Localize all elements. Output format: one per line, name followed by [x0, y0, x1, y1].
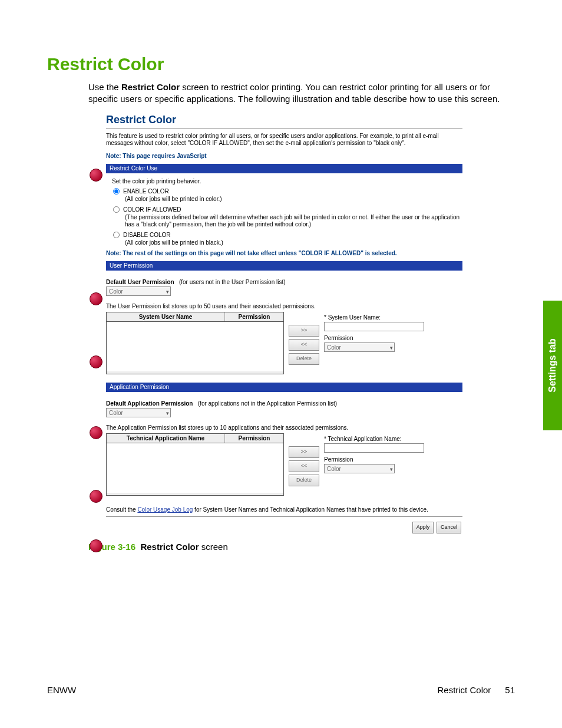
user-side-perm-label: Permission — [324, 335, 462, 341]
user-side-label: * System User Name: — [324, 314, 462, 321]
intro-text: Use the Restrict Color screen to restric… — [88, 81, 515, 106]
app-list-box[interactable]: Technical Application Name Permission — [106, 433, 284, 496]
callout-dot-1 — [90, 169, 103, 182]
app-name-input[interactable] — [324, 443, 424, 453]
figure-caption: Figure 3-16 Restrict Color screen — [88, 542, 515, 552]
ss-desc: This feature is used to restrict color p… — [106, 133, 462, 147]
section-header-user-perm: User Permission — [106, 261, 462, 271]
consult-text: Consult the Color Usage Job Log for Syst… — [106, 506, 462, 513]
ss-title: Restrict Color — [106, 113, 462, 129]
app-add-button[interactable]: >> — [289, 446, 319, 458]
restrict-use-lead: Set the color job printing behavior. — [112, 178, 462, 185]
user-list-desc: The User Permission list stores up to 50… — [106, 303, 462, 309]
cancel-button[interactable]: Cancel — [437, 522, 461, 533]
page-title: Restrict Color — [47, 54, 515, 74]
user-name-input[interactable] — [324, 322, 424, 331]
consult-pre: Consult the — [106, 506, 137, 513]
footer-section: Restrict Color — [437, 685, 491, 695]
callout-dot-6 — [90, 539, 103, 552]
figure-screenshot: Restrict Color This feature is used to r… — [88, 113, 515, 533]
user-delete-button[interactable]: Delete — [289, 353, 319, 365]
apply-button[interactable]: Apply — [412, 522, 434, 533]
figure-title: Restrict Color — [140, 542, 199, 552]
footer-left: ENWW — [47, 685, 76, 695]
user-col-name: System User Name — [107, 312, 225, 321]
app-default-select[interactable]: Color — [106, 408, 171, 417]
user-list-box[interactable]: System User Name Permission — [106, 312, 284, 374]
radio-allowed-label: COLOR IF ALLOWED — [123, 206, 181, 213]
intro-bold: Restrict Color — [121, 82, 180, 92]
section-header-restrict-use: Restrict Color Use — [106, 164, 462, 173]
user-side-select[interactable]: Color — [324, 342, 395, 352]
user-add-button[interactable]: >> — [289, 325, 319, 337]
user-default-label: Default User Permission — [106, 279, 174, 285]
side-tab-label: Settings tab — [547, 338, 558, 393]
app-default-label: Default Application Permission — [106, 400, 193, 407]
radio-enable-label: ENABLE COLOR — [123, 188, 169, 195]
callout-dot-3 — [90, 355, 103, 368]
radio-enable-color[interactable] — [113, 188, 120, 195]
footer-page-number: 51 — [505, 685, 515, 695]
radio-allowed-sub: (The permissions defined below will dete… — [125, 214, 462, 228]
app-col-name: Technical Application Name — [107, 434, 225, 443]
app-list-desc: The Application Permission list stores u… — [106, 424, 462, 431]
app-side-perm-label: Permission — [324, 456, 462, 463]
color-usage-log-link[interactable]: Color Usage Job Log — [137, 506, 193, 513]
user-default-hint: (for users not in the User Permission li… — [179, 279, 286, 285]
user-remove-button[interactable]: << — [289, 339, 319, 351]
app-side-select[interactable]: Color — [324, 464, 395, 473]
figure-tail: screen — [199, 542, 228, 552]
ss-note-js: Note: This page requires JavaScript — [106, 153, 462, 159]
callout-dot-5 — [90, 490, 103, 503]
radio-disable-color[interactable] — [113, 232, 120, 238]
user-default-select[interactable]: Color — [106, 286, 171, 296]
app-default-hint: (for applications not in the Application… — [198, 400, 337, 407]
intro-pre: Use the — [88, 82, 121, 92]
user-col-perm: Permission — [225, 312, 283, 321]
radio-color-if-allowed[interactable] — [113, 206, 120, 213]
callout-dot-4 — [90, 426, 103, 439]
restrict-use-warn: Note: The rest of the settings on this p… — [106, 250, 462, 256]
app-side-label: * Technical Application Name: — [324, 436, 462, 442]
radio-disable-sub: (All color jobs will be printed in black… — [125, 239, 462, 246]
callout-dot-2 — [90, 292, 103, 305]
app-col-perm: Permission — [225, 434, 283, 443]
radio-disable-label: DISABLE COLOR — [123, 232, 171, 238]
page-footer: ENWW Restrict Color 51 — [47, 685, 515, 695]
app-remove-button[interactable]: << — [289, 460, 319, 472]
consult-post: for System User Names and Technical Appl… — [193, 506, 428, 513]
side-tab-settings: Settings tab — [543, 301, 562, 430]
radio-enable-sub: (All color jobs will be printed in color… — [125, 196, 462, 203]
app-delete-button[interactable]: Delete — [289, 475, 319, 486]
section-header-app-perm: Application Permission — [106, 383, 462, 392]
